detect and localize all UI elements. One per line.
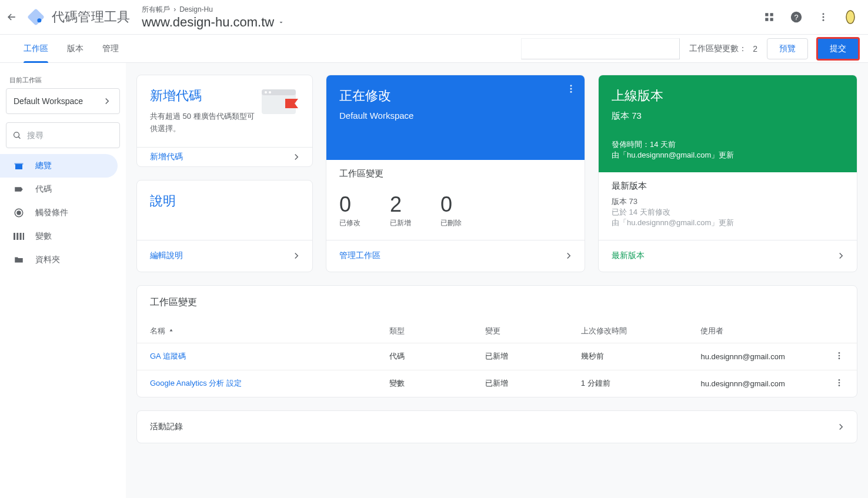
back-arrow-icon[interactable]: [5, 10, 19, 24]
chevron-right-icon: [836, 422, 846, 432]
chevron-right-icon: [291, 250, 302, 261]
row-user: hu.designnn@gmail.com: [700, 379, 820, 388]
col-name[interactable]: 名稱: [150, 326, 165, 336]
svg-point-24: [570, 88, 572, 90]
live-published-line: 發佈時間：14 天前: [612, 139, 844, 150]
sort-arrow-up-icon: [168, 327, 175, 335]
more-vert-icon[interactable]: [816, 10, 830, 24]
live-title: 上線版本: [612, 87, 844, 105]
table-row[interactable]: Google Analytics 分析 設定 變數 已新增 1 分鐘前 hu.d…: [137, 370, 857, 397]
latest-by: 由「hu.designnn@gmail.com」更新: [612, 218, 844, 228]
breadcrumb-accounts[interactable]: 所有帳戶: [142, 5, 170, 15]
new-tag-illustration-icon: [258, 87, 299, 135]
svg-point-14: [17, 211, 21, 215]
svg-point-10: [823, 19, 824, 21]
stat-deleted: 0 已刪除: [440, 192, 462, 228]
chevron-right-icon: [836, 250, 846, 261]
table-row[interactable]: GA 追蹤碼 代碼 已新增 幾秒前 hu.designnn@gmail.com: [137, 343, 857, 370]
description-card: 說明 編輯說明: [136, 180, 313, 272]
row-menu-icon[interactable]: [834, 351, 844, 360]
live-version-line: 版本 73: [612, 111, 844, 122]
workspace-changes-card: 工作區變更 名稱 類型 變更 上次修改時間 使用者 GA 追蹤碼 代碼 已新增 …: [136, 285, 857, 397]
preview-button[interactable]: 預覽: [767, 38, 808, 59]
breadcrumb: 所有帳戶 › Design-Hu: [142, 5, 285, 15]
card-menu-icon[interactable]: [566, 83, 576, 94]
svg-point-1: [37, 18, 41, 22]
search-box[interactable]: [6, 122, 120, 148]
new-tag-card: 新增代碼 共有超過 50 種廣告代碼類型可供選擇。 新增代碼: [136, 75, 313, 167]
svg-point-31: [839, 385, 840, 386]
nav-tags[interactable]: 代碼: [0, 178, 118, 201]
nav-overview[interactable]: 總覽: [0, 154, 118, 178]
latest-version-action[interactable]: 最新版本: [599, 240, 857, 272]
folder-icon: [13, 254, 25, 266]
nav-variables[interactable]: 變數: [0, 225, 118, 248]
manage-workspace-action[interactable]: 管理工作區: [326, 240, 585, 272]
current-workspace-label: 目前工作區: [0, 70, 126, 88]
svg-point-26: [839, 352, 840, 354]
container-dropdown[interactable]: www.design-hu.com.tw: [142, 15, 285, 30]
svg-text:?: ?: [794, 13, 798, 22]
apps-grid-icon[interactable]: [762, 10, 776, 24]
svg-point-22: [269, 91, 271, 93]
tag-icon: [13, 183, 25, 195]
description-title: 說明: [150, 192, 176, 222]
workspace-selector[interactable]: Default Workspace: [6, 88, 120, 114]
row-change: 已新增: [485, 378, 581, 389]
latest-version: 版本 73: [612, 196, 844, 207]
svg-point-12: [14, 132, 19, 138]
row-menu-icon[interactable]: [834, 378, 844, 387]
tabbar-search-box[interactable]: [521, 38, 680, 59]
svg-rect-17: [20, 233, 22, 240]
svg-point-23: [570, 85, 572, 86]
new-tag-desc: 共有超過 50 種廣告代碼類型可供選擇。: [150, 111, 258, 135]
svg-point-29: [839, 379, 840, 381]
tag-manager-logo-icon: [27, 8, 45, 26]
col-last-modified[interactable]: 上次修改時間: [581, 326, 701, 336]
col-type[interactable]: 類型: [389, 326, 485, 336]
nav-triggers[interactable]: 觸發條件: [0, 201, 118, 225]
breadcrumb-container[interactable]: Design-Hu: [179, 5, 213, 14]
svg-point-21: [265, 91, 267, 93]
now-editing-workspace: Default Workspace: [339, 111, 572, 121]
svg-point-11: [846, 11, 854, 24]
search-input[interactable]: [27, 131, 113, 140]
help-icon[interactable]: ?: [789, 10, 803, 24]
stat-added: 2 已新增: [390, 192, 411, 228]
submit-button[interactable]: 提交: [817, 38, 859, 59]
row-type: 代碼: [389, 351, 485, 362]
stat-modified: 0 已修改: [339, 192, 360, 228]
trigger-icon: [13, 207, 25, 219]
nav-folders[interactable]: 資料夾: [0, 248, 118, 272]
svg-point-27: [839, 355, 840, 356]
search-icon: [12, 130, 21, 141]
svg-point-8: [823, 13, 824, 15]
chevron-right-icon: [563, 250, 574, 261]
activity-card[interactable]: 活動記錄: [136, 410, 857, 443]
live-by-line: 由「hu.designnn@gmail.com」更新: [612, 150, 844, 161]
now-editing-title: 正在修改: [339, 87, 572, 105]
row-change: 已新增: [485, 351, 581, 362]
col-user[interactable]: 使用者: [700, 326, 820, 336]
workspace-changes-title: 工作區變更: [137, 286, 857, 319]
row-name[interactable]: Google Analytics 分析 設定: [150, 378, 389, 389]
row-user: hu.designnn@gmail.com: [700, 352, 820, 361]
svg-rect-0: [28, 9, 44, 25]
tab-admin[interactable]: 管理: [93, 35, 128, 63]
tab-versions[interactable]: 版本: [58, 35, 93, 63]
container-name: www.design-hu.com.tw: [142, 15, 274, 30]
new-tag-action[interactable]: 新增代碼: [137, 147, 312, 166]
brand-name: 代碼管理工具: [52, 8, 130, 26]
edit-description-action[interactable]: 編輯說明: [137, 240, 312, 272]
row-name[interactable]: GA 追蹤碼: [150, 351, 389, 362]
row-last-modified: 幾秒前: [581, 351, 701, 362]
col-change[interactable]: 變更: [485, 326, 581, 336]
chevron-right-icon: [291, 152, 302, 162]
row-last-modified: 1 分鐘前: [581, 378, 701, 389]
svg-point-9: [823, 16, 824, 18]
tab-workspace[interactable]: 工作區: [14, 35, 58, 63]
svg-rect-16: [16, 233, 18, 240]
account-avatar-icon[interactable]: [843, 10, 857, 24]
latest-section-title: 最新版本: [612, 181, 844, 192]
now-editing-card: 正在修改 Default Workspace 工作區變更 0 已修改: [326, 75, 585, 272]
